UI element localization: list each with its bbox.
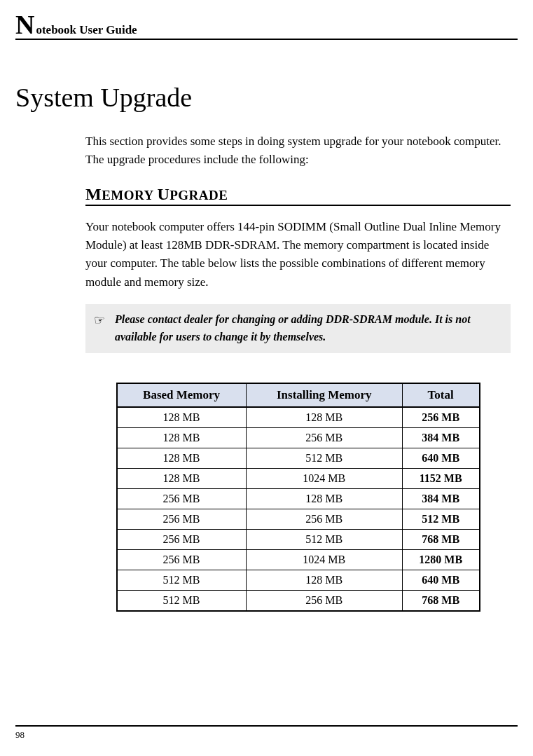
table-row: 512 MB128 MB640 MB [117, 570, 480, 590]
header-rest: otebook User Guide [36, 23, 137, 37]
cell-based: 128 MB [117, 427, 247, 448]
cell-installing: 1024 MB [246, 468, 402, 488]
cell-total: 768 MB [402, 590, 479, 611]
cell-installing: 128 MB [246, 488, 402, 509]
section-heading-memory-upgrade: MEMORY UPGRADE [85, 185, 511, 206]
section-cap-2: U [157, 185, 169, 203]
table-row: 512 MB256 MB768 MB [117, 590, 480, 611]
cell-based: 128 MB [117, 407, 247, 428]
page-footer: 98 [15, 725, 518, 741]
section-rest-1: EMORY [102, 188, 157, 202]
cell-installing: 512 MB [246, 529, 402, 549]
col-installing-memory: Installing Memory [246, 383, 402, 407]
col-total: Total [402, 383, 479, 407]
cell-based: 512 MB [117, 570, 247, 590]
cell-total: 384 MB [402, 427, 479, 448]
page-title: System Upgrade [15, 82, 518, 113]
cell-installing: 256 MB [246, 509, 402, 529]
intro-paragraph: This section provides some steps in doin… [85, 132, 511, 170]
cell-total: 512 MB [402, 509, 479, 529]
cell-installing: 256 MB [246, 590, 402, 611]
table-row: 128 MB256 MB384 MB [117, 427, 480, 448]
table-row: 128 MB128 MB256 MB [117, 407, 480, 428]
cell-installing: 128 MB [246, 570, 402, 590]
pointing-hand-icon: ☞ [94, 311, 105, 346]
cell-based: 128 MB [117, 448, 247, 468]
cell-installing: 512 MB [246, 448, 402, 468]
memory-table: Based Memory Installing Memory Total 128… [116, 383, 480, 612]
cell-based: 256 MB [117, 529, 247, 549]
running-header: N otebook User Guide [15, 14, 518, 40]
cell-based: 128 MB [117, 468, 247, 488]
cell-based: 256 MB [117, 549, 247, 570]
cell-total: 640 MB [402, 448, 479, 468]
cell-total: 640 MB [402, 570, 479, 590]
table-row: 256 MB1024 MB1280 MB [117, 549, 480, 570]
cell-total: 384 MB [402, 488, 479, 509]
section-cap-1: M [85, 185, 102, 203]
cell-based: 512 MB [117, 590, 247, 611]
cell-installing: 256 MB [246, 427, 402, 448]
cell-total: 1152 MB [402, 468, 479, 488]
cell-total: 256 MB [402, 407, 479, 428]
col-based-memory: Based Memory [117, 383, 247, 407]
body-paragraph: Your notebook computer offers 144-pin SO… [85, 218, 511, 291]
page-number: 98 [15, 729, 25, 740]
cell-installing: 128 MB [246, 407, 402, 428]
table-row: 256 MB128 MB384 MB [117, 488, 480, 509]
note-text: Please contact dealer for changing or ad… [115, 311, 502, 346]
table-row: 128 MB512 MB640 MB [117, 448, 480, 468]
table-header-row: Based Memory Installing Memory Total [117, 383, 480, 407]
header-dropcap: N [15, 14, 34, 35]
note-box: ☞ Please contact dealer for changing or … [85, 304, 511, 353]
cell-total: 1280 MB [402, 549, 479, 570]
table-row: 256 MB512 MB768 MB [117, 529, 480, 549]
cell-total: 768 MB [402, 529, 479, 549]
cell-installing: 1024 MB [246, 549, 402, 570]
table-row: 128 MB1024 MB1152 MB [117, 468, 480, 488]
cell-based: 256 MB [117, 488, 247, 509]
section-rest-2: PGRADE [169, 188, 228, 202]
cell-based: 256 MB [117, 509, 247, 529]
table-row: 256 MB256 MB512 MB [117, 509, 480, 529]
